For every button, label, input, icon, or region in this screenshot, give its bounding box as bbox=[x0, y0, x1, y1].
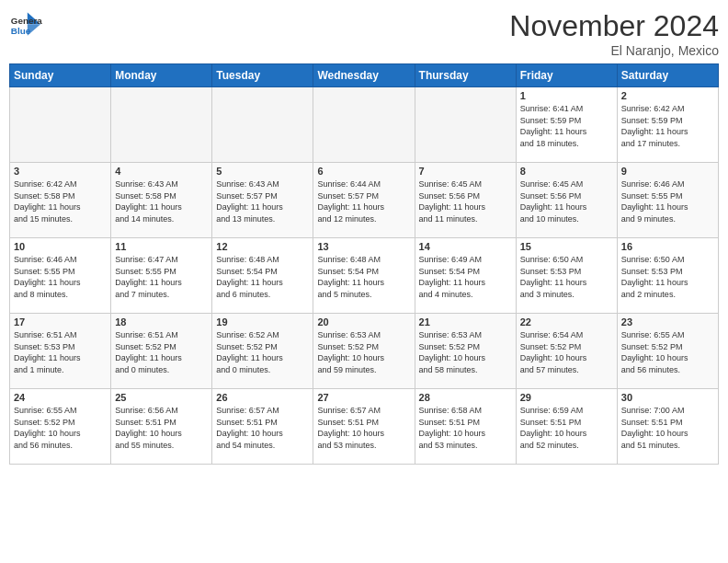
day-number: 12 bbox=[216, 241, 309, 252]
day-number: 18 bbox=[115, 316, 208, 327]
day-info: Sunrise: 6:43 AM Sunset: 5:57 PM Dayligh… bbox=[216, 178, 309, 224]
calendar-cell: 7Sunrise: 6:45 AM Sunset: 5:56 PM Daylig… bbox=[415, 163, 516, 238]
day-number: 21 bbox=[419, 316, 512, 327]
calendar-week-1: 1Sunrise: 6:41 AM Sunset: 5:59 PM Daylig… bbox=[10, 87, 719, 163]
day-info: Sunrise: 6:45 AM Sunset: 5:56 PM Dayligh… bbox=[520, 178, 613, 224]
day-info: Sunrise: 6:42 AM Sunset: 5:59 PM Dayligh… bbox=[621, 103, 714, 149]
day-info: Sunrise: 6:53 AM Sunset: 5:52 PM Dayligh… bbox=[419, 329, 512, 375]
day-number: 2 bbox=[621, 90, 714, 101]
day-number: 19 bbox=[216, 316, 309, 327]
logo-icon: General Blue bbox=[9, 9, 42, 42]
day-info: Sunrise: 6:54 AM Sunset: 5:52 PM Dayligh… bbox=[520, 329, 613, 375]
day-info: Sunrise: 6:49 AM Sunset: 5:54 PM Dayligh… bbox=[419, 254, 512, 300]
day-info: Sunrise: 6:53 AM Sunset: 5:52 PM Dayligh… bbox=[317, 329, 410, 375]
calendar-cell bbox=[111, 87, 212, 163]
header: General Blue November 2024 El Naranjo, M… bbox=[9, 9, 719, 58]
title-block: November 2024 El Naranjo, Mexico bbox=[509, 9, 719, 58]
day-info: Sunrise: 6:59 AM Sunset: 5:51 PM Dayligh… bbox=[520, 405, 613, 451]
calendar-cell: 28Sunrise: 6:58 AM Sunset: 5:51 PM Dayli… bbox=[415, 389, 516, 465]
calendar-cell bbox=[415, 87, 516, 163]
weekday-header-tuesday: Tuesday bbox=[212, 64, 313, 87]
day-info: Sunrise: 6:50 AM Sunset: 5:53 PM Dayligh… bbox=[520, 254, 613, 300]
calendar-cell: 5Sunrise: 6:43 AM Sunset: 5:57 PM Daylig… bbox=[212, 163, 313, 238]
day-number: 11 bbox=[115, 241, 208, 252]
calendar-week-5: 24Sunrise: 6:55 AM Sunset: 5:52 PM Dayli… bbox=[10, 389, 719, 465]
calendar-cell: 13Sunrise: 6:48 AM Sunset: 5:54 PM Dayli… bbox=[313, 238, 415, 314]
day-info: Sunrise: 6:48 AM Sunset: 5:54 PM Dayligh… bbox=[317, 254, 410, 300]
calendar-cell: 29Sunrise: 6:59 AM Sunset: 5:51 PM Dayli… bbox=[516, 389, 617, 465]
day-number: 4 bbox=[115, 166, 208, 177]
day-info: Sunrise: 6:47 AM Sunset: 5:55 PM Dayligh… bbox=[115, 254, 208, 300]
day-number: 23 bbox=[621, 316, 714, 327]
day-number: 5 bbox=[216, 166, 309, 177]
day-info: Sunrise: 6:45 AM Sunset: 5:56 PM Dayligh… bbox=[419, 178, 512, 224]
weekday-header-friday: Friday bbox=[516, 64, 617, 87]
weekday-header-sunday: Sunday bbox=[10, 64, 111, 87]
calendar-cell: 26Sunrise: 6:57 AM Sunset: 5:51 PM Dayli… bbox=[212, 389, 313, 465]
day-info: Sunrise: 6:42 AM Sunset: 5:58 PM Dayligh… bbox=[14, 178, 107, 224]
calendar-cell bbox=[10, 87, 111, 163]
day-number: 1 bbox=[520, 90, 613, 101]
day-info: Sunrise: 6:51 AM Sunset: 5:52 PM Dayligh… bbox=[115, 329, 208, 375]
day-info: Sunrise: 6:41 AM Sunset: 5:59 PM Dayligh… bbox=[520, 103, 613, 149]
day-number: 16 bbox=[621, 241, 714, 252]
calendar-cell: 27Sunrise: 6:57 AM Sunset: 5:51 PM Dayli… bbox=[313, 389, 415, 465]
day-info: Sunrise: 6:57 AM Sunset: 5:51 PM Dayligh… bbox=[216, 405, 309, 451]
day-info: Sunrise: 6:46 AM Sunset: 5:55 PM Dayligh… bbox=[14, 254, 107, 300]
weekday-header-row: SundayMondayTuesdayWednesdayThursdayFrid… bbox=[10, 64, 719, 87]
calendar-cell: 16Sunrise: 6:50 AM Sunset: 5:53 PM Dayli… bbox=[617, 238, 718, 314]
page: General Blue November 2024 El Naranjo, M… bbox=[0, 0, 728, 563]
day-number: 28 bbox=[419, 392, 512, 403]
day-number: 29 bbox=[520, 392, 613, 403]
day-info: Sunrise: 6:57 AM Sunset: 5:51 PM Dayligh… bbox=[317, 405, 410, 451]
calendar-cell: 6Sunrise: 6:44 AM Sunset: 5:57 PM Daylig… bbox=[313, 163, 415, 238]
calendar-cell: 3Sunrise: 6:42 AM Sunset: 5:58 PM Daylig… bbox=[10, 163, 111, 238]
weekday-header-saturday: Saturday bbox=[617, 64, 718, 87]
day-info: Sunrise: 6:55 AM Sunset: 5:52 PM Dayligh… bbox=[621, 329, 714, 375]
day-number: 27 bbox=[317, 392, 410, 403]
calendar-cell: 8Sunrise: 6:45 AM Sunset: 5:56 PM Daylig… bbox=[516, 163, 617, 238]
day-number: 9 bbox=[621, 166, 714, 177]
calendar-week-2: 3Sunrise: 6:42 AM Sunset: 5:58 PM Daylig… bbox=[10, 163, 719, 238]
svg-text:General: General bbox=[11, 16, 42, 26]
day-info: Sunrise: 6:48 AM Sunset: 5:54 PM Dayligh… bbox=[216, 254, 309, 300]
day-info: Sunrise: 7:00 AM Sunset: 5:51 PM Dayligh… bbox=[621, 405, 714, 451]
day-info: Sunrise: 6:55 AM Sunset: 5:52 PM Dayligh… bbox=[14, 405, 107, 451]
location: El Naranjo, Mexico bbox=[509, 43, 719, 58]
day-info: Sunrise: 6:58 AM Sunset: 5:51 PM Dayligh… bbox=[419, 405, 512, 451]
calendar-cell: 2Sunrise: 6:42 AM Sunset: 5:59 PM Daylig… bbox=[617, 87, 718, 163]
day-number: 30 bbox=[621, 392, 714, 403]
day-number: 15 bbox=[520, 241, 613, 252]
day-number: 20 bbox=[317, 316, 410, 327]
calendar-cell: 18Sunrise: 6:51 AM Sunset: 5:52 PM Dayli… bbox=[111, 314, 212, 389]
day-number: 14 bbox=[419, 241, 512, 252]
calendar-cell: 23Sunrise: 6:55 AM Sunset: 5:52 PM Dayli… bbox=[617, 314, 718, 389]
day-number: 3 bbox=[14, 166, 107, 177]
day-number: 17 bbox=[14, 316, 107, 327]
logo: General Blue bbox=[9, 9, 42, 42]
calendar-cell: 20Sunrise: 6:53 AM Sunset: 5:52 PM Dayli… bbox=[313, 314, 415, 389]
weekday-header-wednesday: Wednesday bbox=[313, 64, 415, 87]
weekday-header-thursday: Thursday bbox=[415, 64, 516, 87]
day-number: 26 bbox=[216, 392, 309, 403]
day-number: 25 bbox=[115, 392, 208, 403]
calendar-cell: 10Sunrise: 6:46 AM Sunset: 5:55 PM Dayli… bbox=[10, 238, 111, 314]
calendar-cell: 19Sunrise: 6:52 AM Sunset: 5:52 PM Dayli… bbox=[212, 314, 313, 389]
day-number: 6 bbox=[317, 166, 410, 177]
day-number: 13 bbox=[317, 241, 410, 252]
calendar-cell: 4Sunrise: 6:43 AM Sunset: 5:58 PM Daylig… bbox=[111, 163, 212, 238]
calendar-cell: 11Sunrise: 6:47 AM Sunset: 5:55 PM Dayli… bbox=[111, 238, 212, 314]
calendar-week-4: 17Sunrise: 6:51 AM Sunset: 5:53 PM Dayli… bbox=[10, 314, 719, 389]
day-info: Sunrise: 6:56 AM Sunset: 5:51 PM Dayligh… bbox=[115, 405, 208, 451]
svg-text:Blue: Blue bbox=[11, 26, 31, 36]
calendar-cell: 9Sunrise: 6:46 AM Sunset: 5:55 PM Daylig… bbox=[617, 163, 718, 238]
calendar-cell: 25Sunrise: 6:56 AM Sunset: 5:51 PM Dayli… bbox=[111, 389, 212, 465]
day-number: 24 bbox=[14, 392, 107, 403]
calendar-cell bbox=[212, 87, 313, 163]
day-number: 7 bbox=[419, 166, 512, 177]
day-info: Sunrise: 6:43 AM Sunset: 5:58 PM Dayligh… bbox=[115, 178, 208, 224]
calendar-week-3: 10Sunrise: 6:46 AM Sunset: 5:55 PM Dayli… bbox=[10, 238, 719, 314]
calendar-cell: 30Sunrise: 7:00 AM Sunset: 5:51 PM Dayli… bbox=[617, 389, 718, 465]
weekday-header-monday: Monday bbox=[111, 64, 212, 87]
month-title: November 2024 bbox=[509, 9, 719, 43]
